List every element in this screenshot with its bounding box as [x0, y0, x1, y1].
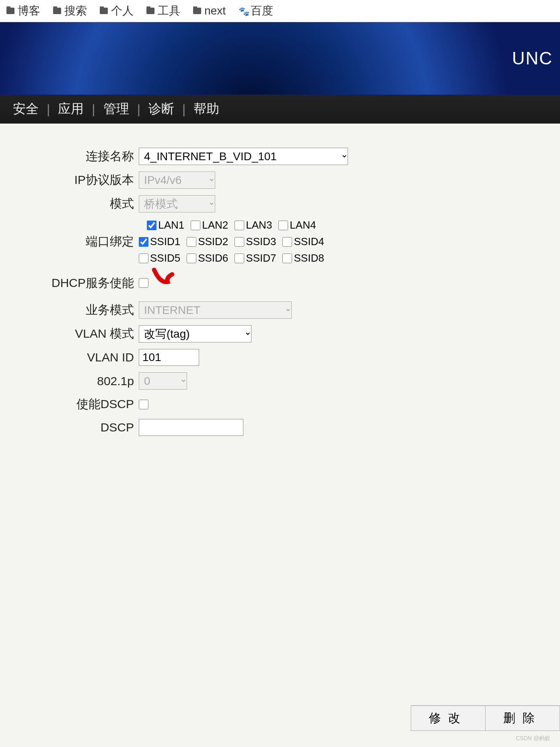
nav-separator: | — [43, 102, 53, 117]
bookmark-label: 搜索 — [64, 3, 87, 19]
checkbox-lan4[interactable] — [278, 221, 288, 230]
port-lan1[interactable]: LAN1 — [147, 219, 184, 231]
checkbox-ssid5[interactable] — [139, 254, 148, 263]
label-service-mode: 业务模式 — [0, 302, 139, 318]
label-port-binding: 端口绑定 — [0, 233, 139, 250]
bookmark-label: 博客 — [18, 3, 40, 19]
label-8021p: 802.1p — [0, 374, 139, 388]
folder-icon — [53, 8, 61, 14]
config-form: 连接名称 4_INTERNET_B_VID_101 IP协议版本 IPv4/v6… — [0, 124, 560, 436]
checkbox-lan1[interactable] — [147, 221, 156, 230]
service-mode-select[interactable]: INTERNET — [139, 301, 292, 319]
vlan-mode-select[interactable]: 改写(tag) — [139, 325, 251, 343]
banner: UNC — [0, 22, 560, 95]
label-enable-dscp: 使能DSCP — [0, 396, 139, 413]
bookmark-next[interactable]: next — [193, 4, 226, 17]
port-ssid2[interactable]: SSID2 — [187, 235, 228, 248]
port-lan4[interactable]: LAN4 — [278, 219, 316, 231]
folder-icon — [100, 8, 108, 14]
label-mode: 模式 — [0, 196, 139, 212]
checkbox-ssid3[interactable] — [235, 237, 244, 247]
8021p-select[interactable]: 0 — [139, 372, 187, 390]
vlan-id-input[interactable] — [139, 349, 199, 366]
folder-icon — [193, 8, 201, 14]
label-dscp: DSCP — [0, 421, 139, 434]
checkbox-ssid1[interactable] — [139, 237, 148, 247]
delete-button[interactable]: 删除 — [485, 706, 560, 731]
dhcp-checkbox[interactable] — [139, 278, 148, 288]
bookmark-search[interactable]: 搜索 — [53, 3, 87, 19]
brand-text: UNC — [512, 48, 553, 68]
port-ssid1[interactable]: SSID1 — [139, 235, 180, 248]
bookmark-blog[interactable]: 博客 — [6, 3, 40, 19]
port-ssid7[interactable]: SSID7 — [235, 252, 276, 264]
port-ssid8[interactable]: SSID8 — [282, 252, 324, 264]
mode-select[interactable]: 桥模式 — [139, 195, 215, 213]
checkbox-ssid7[interactable] — [235, 254, 244, 263]
bookmark-personal[interactable]: 个人 — [100, 3, 134, 19]
nav-separator: | — [134, 102, 144, 117]
port-ssid3[interactable]: SSID3 — [235, 235, 276, 248]
dscp-input[interactable] — [139, 419, 243, 436]
connection-name-select[interactable]: 4_INTERNET_B_VID_101 — [139, 148, 348, 165]
bookmarks-bar: 博客 搜索 个人 工具 next 🐾 百度 — [0, 0, 560, 22]
port-lan3[interactable]: LAN3 — [235, 219, 272, 231]
nav-application[interactable]: 应用 — [53, 95, 89, 123]
checkbox-ssid8[interactable] — [282, 254, 292, 263]
label-ip-protocol: IP协议版本 — [0, 172, 139, 188]
bookmark-label: 个人 — [111, 3, 134, 19]
main-nav: 安全 | 应用 | 管理 | 诊断 | 帮助 — [0, 95, 560, 124]
checkbox-lan3[interactable] — [235, 221, 244, 230]
nav-help[interactable]: 帮助 — [189, 95, 224, 123]
label-connection-name: 连接名称 — [0, 148, 139, 165]
port-ssid6[interactable]: SSID6 — [187, 252, 228, 264]
label-vlan-mode: VLAN 模式 — [0, 326, 139, 342]
nav-separator: | — [179, 102, 189, 117]
port-ssid5[interactable]: SSID5 — [139, 252, 180, 264]
label-vlan-id: VLAN ID — [0, 351, 139, 364]
nav-management[interactable]: 管理 — [99, 95, 134, 123]
enable-dscp-checkbox[interactable] — [139, 400, 148, 409]
bookmark-baidu[interactable]: 🐾 百度 — [239, 3, 273, 19]
nav-separator: | — [89, 102, 98, 117]
ip-protocol-select[interactable]: IPv4/v6 — [139, 171, 215, 189]
nav-security[interactable]: 安全 — [8, 95, 43, 123]
checkbox-ssid2[interactable] — [187, 237, 196, 247]
port-lan2[interactable]: LAN2 — [191, 219, 228, 231]
checkbox-ssid6[interactable] — [187, 254, 196, 263]
modify-button[interactable]: 修改 — [411, 706, 486, 731]
checkbox-ssid4[interactable] — [282, 237, 292, 247]
folder-icon — [6, 8, 14, 14]
annotation-red-arrow-icon — [150, 265, 182, 289]
baidu-paw-icon: 🐾 — [239, 6, 247, 15]
bookmark-label: next — [204, 4, 226, 17]
bookmark-label: 百度 — [251, 3, 273, 19]
label-dhcp: DHCP服务使能 — [0, 275, 139, 291]
bookmark-label: 工具 — [158, 3, 180, 19]
bookmark-tools[interactable]: 工具 — [146, 3, 180, 19]
watermark: CSDN @蚂蚁 — [516, 735, 550, 742]
nav-diagnose[interactable]: 诊断 — [144, 95, 179, 123]
action-bar: 修改 删除 — [411, 705, 560, 731]
port-ssid4[interactable]: SSID4 — [282, 235, 324, 248]
checkbox-lan2[interactable] — [191, 221, 200, 230]
folder-icon — [146, 8, 154, 14]
